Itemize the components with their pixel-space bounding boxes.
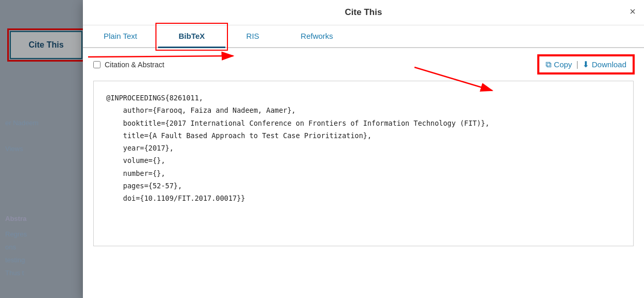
citation-text: @INPROCEEDINGS{8261011, author={Farooq, … <box>106 92 621 205</box>
citation-abstract-label[interactable]: Citation & Abstract <box>93 61 164 69</box>
download-button[interactable]: ⬇ Download <box>582 59 626 69</box>
modal-body: Citation & Abstract ⧉ Copy | ⬇ Download … <box>83 48 644 298</box>
copy-icon: ⧉ <box>546 60 551 69</box>
tab-plain-text[interactable]: Plain Text <box>83 25 158 47</box>
download-icon: ⬇ <box>582 59 589 69</box>
citation-row: Citation & Abstract ⧉ Copy | ⬇ Download <box>93 55 634 73</box>
citation-abstract-checkbox[interactable] <box>93 61 101 68</box>
modal-title: Cite This <box>345 7 382 18</box>
tab-bibtex[interactable]: BibTeX <box>158 25 226 48</box>
tabs-bar: Plain Text BibTeX RIS Refworks <box>83 25 644 48</box>
button-separator: | <box>576 60 578 69</box>
citation-content-box: @INPROCEEDINGS{8261011, author={Farooq, … <box>93 81 634 246</box>
copy-button[interactable]: ⧉ Copy <box>546 60 572 69</box>
modal-header: Cite This × <box>83 0 644 25</box>
tab-ris[interactable]: RIS <box>225 25 280 47</box>
cite-this-modal: Cite This × Plain Text BibTeX RIS Refwor… <box>83 0 644 298</box>
tab-refworks[interactable]: Refworks <box>280 25 354 47</box>
modal-close-button[interactable]: × <box>629 6 636 17</box>
action-buttons-group: ⧉ Copy | ⬇ Download <box>538 55 634 73</box>
